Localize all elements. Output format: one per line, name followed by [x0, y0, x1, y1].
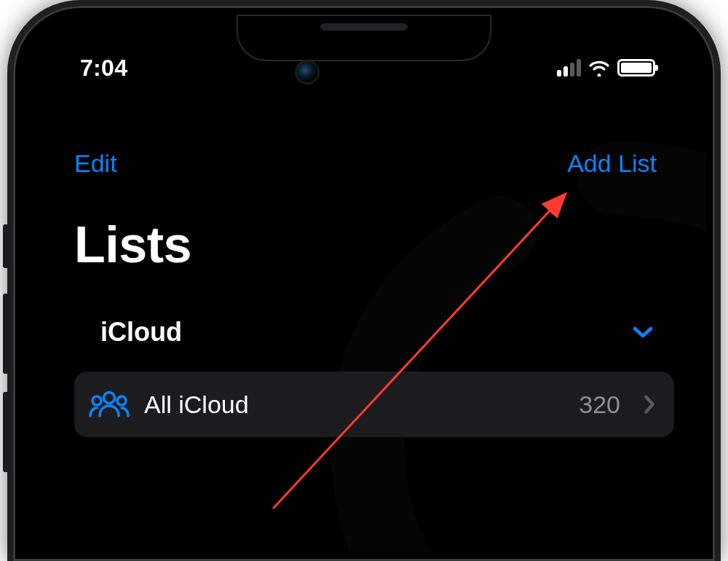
front-camera: [295, 60, 320, 85]
list-row-all-icloud[interactable]: All iCloud 320: [74, 372, 674, 437]
nav-bar: Edit Add List: [22, 149, 706, 178]
svg-point-2: [117, 396, 126, 405]
phone-frame: 7:04 Edit Add Li: [7, 0, 721, 561]
status-time: 7:04: [80, 55, 127, 82]
wifi-icon: [587, 59, 611, 76]
section-header-icloud[interactable]: iCloud: [22, 317, 706, 348]
battery-icon: [617, 59, 655, 76]
svg-point-0: [104, 393, 115, 404]
device-notch: [237, 15, 491, 61]
volume-down-button: [3, 392, 10, 472]
section-title: iCloud: [100, 317, 182, 348]
svg-point-1: [92, 396, 101, 405]
svg-line-3: [273, 195, 564, 509]
add-list-button[interactable]: Add List: [567, 149, 657, 178]
chevron-down-icon: [632, 324, 654, 340]
people-icon: [89, 390, 130, 419]
cellular-signal-icon: [557, 59, 581, 76]
volume-up-button: [3, 294, 10, 374]
page-title: Lists: [74, 216, 191, 274]
edit-button[interactable]: Edit: [74, 149, 117, 178]
list-row-count: 320: [579, 391, 620, 419]
mute-switch: [3, 224, 10, 268]
screen: 7:04 Edit Add Li: [22, 15, 706, 552]
list-row-label: All iCloud: [144, 391, 564, 419]
annotation-arrow: [266, 181, 579, 516]
status-indicators: [557, 59, 655, 76]
chevron-right-icon: [644, 394, 655, 415]
earpiece-speaker: [320, 23, 408, 31]
